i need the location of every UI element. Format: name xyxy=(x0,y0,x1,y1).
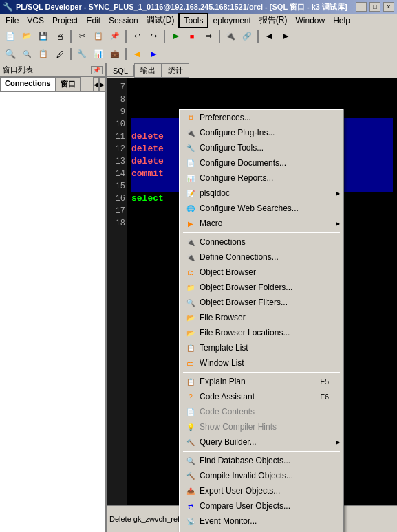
menu-session[interactable]: Session xyxy=(105,14,142,27)
menu-project[interactable]: Project xyxy=(48,14,82,27)
editor-top-bar: SQL 输出 统计 xyxy=(107,63,397,78)
menu-configure-documents[interactable]: 📄 Configure Documents... xyxy=(180,155,343,170)
title-text: PL/SQL Developer - SYNC_PLUS_1_0116@192.… xyxy=(16,2,347,12)
zoom-btn[interactable]: 🔍 xyxy=(3,47,18,62)
step-btn[interactable]: ⇒ xyxy=(201,29,216,44)
tb2-btn7[interactable]: 💼 xyxy=(107,47,122,62)
app-icon: 🔧 xyxy=(3,2,13,12)
menu-vcs[interactable]: VCS xyxy=(23,14,48,27)
menu-object-browser[interactable]: 🗂 Object Browser xyxy=(180,265,343,280)
tb2-btn6[interactable]: 📊 xyxy=(91,47,106,62)
menu-code-assistant[interactable]: ? Code Assistant F6 xyxy=(180,389,343,404)
zoom2-btn[interactable]: 🔍 xyxy=(19,47,34,62)
line-num-9: 9 xyxy=(108,106,125,118)
menu-event-monitor[interactable]: 📡 Event Monitor... xyxy=(180,513,343,529)
left-panel-title: 窗口列表 📌 xyxy=(0,63,105,77)
disconn-btn[interactable]: 🔗 xyxy=(239,29,255,44)
line-numbers: 7 8 9 10 11 12 13 14 15 16 17 18 xyxy=(107,78,127,505)
title-bar: 🔧 PL/SQL Developer - SYNC_PLUS_1_0116@19… xyxy=(0,0,397,14)
tb2-btn9[interactable]: ▶ xyxy=(146,47,161,62)
menu-configure-plugins[interactable]: 🔌 Configure Plug-Ins... xyxy=(180,125,343,140)
event-monitor-icon: 📡 xyxy=(184,516,197,527)
menu-configure-tools[interactable]: 🔧 Configure Tools... xyxy=(180,140,343,155)
menu-help[interactable]: Help xyxy=(329,14,354,27)
menu-object-browser-folders[interactable]: 📁 Object Browser Folders... xyxy=(180,280,343,295)
tab-stats[interactable]: 统计 xyxy=(162,63,189,78)
tb2-btn3[interactable]: 📋 xyxy=(36,47,51,62)
conn-btn[interactable]: 🔌 xyxy=(223,29,238,44)
line-num-8: 8 xyxy=(108,93,125,106)
object-browser-filters-icon: 🔍 xyxy=(184,297,197,308)
left-nav-back[interactable]: ◀ xyxy=(93,77,99,91)
open-btn[interactable]: 📂 xyxy=(19,29,34,44)
left-panel-tabs: Connections 窗口 ◀ ▶ xyxy=(0,77,105,92)
menu-file-browser-locations[interactable]: 📂 File Browser Locations... xyxy=(180,325,343,340)
nav-forward-btn[interactable]: ▶ xyxy=(278,29,293,44)
line-num-7: 7 xyxy=(108,81,125,93)
menu-deployment[interactable]: eployment xyxy=(208,14,255,27)
nav-back-btn[interactable]: ◀ xyxy=(261,29,277,44)
menu-query-builder[interactable]: 🔨 Query Builder... xyxy=(180,434,343,450)
paste-btn[interactable]: 📌 xyxy=(107,29,122,44)
run-btn[interactable]: ▶ xyxy=(168,29,183,44)
toolbar2-sep-2 xyxy=(125,48,127,60)
menu-file-browser[interactable]: 📂 File Browser xyxy=(180,310,343,325)
new-btn[interactable]: 📄 xyxy=(3,29,18,44)
copy-btn[interactable]: 📋 xyxy=(91,29,106,44)
menu-preferences[interactable]: ⚙ Preferences... xyxy=(180,110,343,125)
code-line-8 xyxy=(131,93,393,106)
print-btn[interactable]: 🖨 xyxy=(52,29,67,44)
configure-reports-icon: 📊 xyxy=(184,173,197,184)
configure-tools-icon: 🔧 xyxy=(184,142,197,153)
menu-file[interactable]: File xyxy=(1,14,23,27)
save-btn[interactable]: 💾 xyxy=(36,29,51,44)
menu-export-user-objects[interactable]: 📤 Export User Objects... xyxy=(180,483,343,498)
divider-2 xyxy=(183,372,340,373)
line-num-18: 18 xyxy=(108,217,125,230)
left-panel-pin[interactable]: 📌 xyxy=(91,66,103,74)
undo-btn[interactable]: ↩ xyxy=(129,29,144,44)
left-panel-content xyxy=(0,92,105,532)
close-btn[interactable]: × xyxy=(383,2,394,12)
menu-debug[interactable]: 调试(D) xyxy=(142,13,179,27)
menu-template-list[interactable]: 📋 Template List xyxy=(180,340,343,355)
toolbar-sep-5 xyxy=(257,30,259,43)
tb2-btn8[interactable]: ◀ xyxy=(129,47,144,62)
menu-report[interactable]: 报告(R) xyxy=(255,13,292,27)
minimize-btn[interactable]: _ xyxy=(356,2,367,12)
line-num-16: 16 xyxy=(108,192,125,205)
export-user-icon: 📤 xyxy=(184,485,197,496)
redo-btn[interactable]: ↪ xyxy=(146,29,161,44)
menu-tools[interactable]: Tools xyxy=(178,13,208,28)
stop-btn[interactable]: ■ xyxy=(184,29,200,44)
main-area: 窗口列表 📌 Connections 窗口 ◀ ▶ SQL 输出 统计 7 8 … xyxy=(0,63,397,532)
menu-sessions[interactable]: 👥 Sessions... xyxy=(180,529,343,532)
tab-output[interactable]: 输出 xyxy=(134,63,162,78)
menu-object-browser-filters[interactable]: 🔍 Object Browser Filters... xyxy=(180,295,343,310)
tb2-btn5[interactable]: 🔧 xyxy=(74,47,89,62)
menu-window[interactable]: Window xyxy=(292,14,330,27)
menu-explain-plan[interactable]: 📋 Explain Plan F5 xyxy=(180,374,343,389)
cut-btn[interactable]: ✂ xyxy=(74,29,89,44)
menu-define-connections[interactable]: 🔌 Define Connections... xyxy=(180,250,343,265)
menu-edit[interactable]: Edit xyxy=(82,14,105,27)
line-num-10: 10 xyxy=(108,118,125,131)
menu-compile-invalid[interactable]: 🔨 Compile Invalid Objects... xyxy=(180,468,343,483)
connections-tab[interactable]: Connections xyxy=(0,77,56,91)
tb2-btn4[interactable]: 🖊 xyxy=(52,47,67,62)
window-list-icon: 🗃 xyxy=(184,357,197,368)
tab-sql[interactable]: SQL xyxy=(107,65,134,77)
left-nav-forward[interactable]: ▶ xyxy=(99,77,105,91)
menu-configure-web[interactable]: 🌐 Configure Web Searches... xyxy=(180,201,343,216)
line-num-15: 15 xyxy=(108,180,125,192)
menu-configure-reports[interactable]: 📊 Configure Reports... xyxy=(180,170,343,186)
menu-compare-user-objects[interactable]: ⇄ Compare User Objects... xyxy=(180,498,343,513)
menu-find-database-objects[interactable]: 🔍 Find Database Objects... xyxy=(180,453,343,468)
menu-macro[interactable]: ▶ Macro xyxy=(180,216,343,231)
maximize-btn[interactable]: □ xyxy=(369,2,380,12)
configure-plugins-icon: 🔌 xyxy=(184,127,197,138)
windows-tab[interactable]: 窗口 xyxy=(56,77,81,91)
menu-connections[interactable]: 🔌 Connections xyxy=(180,234,343,250)
menu-window-list[interactable]: 🗃 Window List xyxy=(180,355,343,370)
menu-plsqldoc[interactable]: 📝 plsqldoc xyxy=(180,186,343,201)
